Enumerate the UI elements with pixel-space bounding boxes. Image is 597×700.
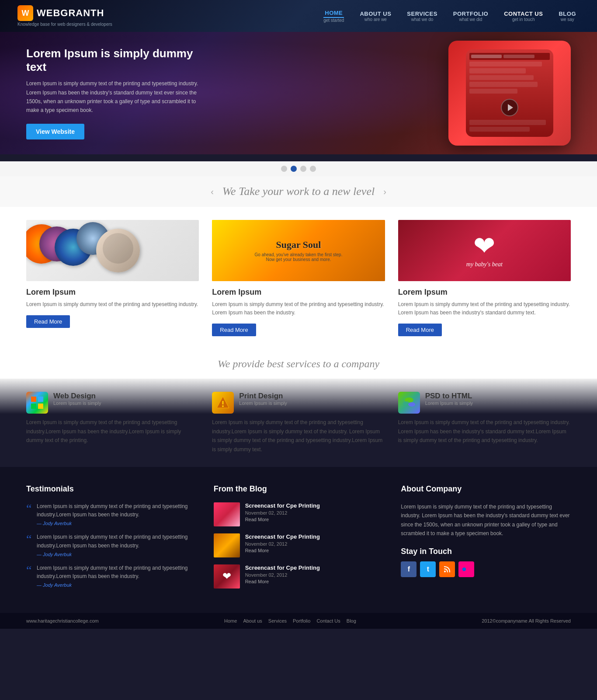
blog-content-1: Screencast for Cpe Printing November 02,… [245, 502, 320, 522]
dark-section: Testimonials “ Lorem Ipsum is simply dum… [0, 467, 597, 613]
stay-touch-title: Stay in Touch [401, 547, 571, 556]
hero-text: Lorem Ipsum is simply dummy text of the … [26, 79, 201, 115]
portfolio-item-3: ❤ my baby's beat Lorem Ipsum Lorem Ipsum… [398, 220, 571, 336]
blog-content-3: Screencast for Cpe Printing November 02,… [245, 564, 320, 584]
phone-screen [466, 49, 553, 137]
facebook-icon[interactable]: f [401, 561, 417, 577]
print-desc: Lorem Ipsum is simply dummy text of the … [212, 418, 385, 454]
blog-thumb-3: ❤ [214, 564, 240, 589]
twitter-icon[interactable]: t [420, 561, 436, 577]
footer-link-blog[interactable]: Blog [347, 618, 356, 623]
svg-rect-0 [31, 397, 36, 402]
webdesign-icon [26, 392, 48, 414]
footer-link-about[interactable]: About us [243, 618, 262, 623]
testimonial-1: “ Lorem Ipsum is simply dummy text of th… [26, 502, 196, 526]
phone-mockup [448, 41, 571, 146]
services-grid: Web Design Lorem Ipsum is simply Lorem I… [26, 392, 571, 454]
quote-icon-3: “ [26, 564, 31, 576]
logo-area: W WEBGRANTH Knowledge base for web desig… [17, 5, 112, 27]
prev-arrow[interactable]: ‹ [202, 187, 222, 197]
nav-blog-sub: we say [559, 17, 576, 22]
blog-title: From the Blog [214, 484, 384, 494]
nav-services[interactable]: SERVICES what we do [403, 9, 441, 24]
logo-subtitle: Knowledge base for web designers & devel… [17, 22, 112, 27]
blog-date-3: November 02, 2012 [245, 572, 320, 578]
svg-point-6 [222, 405, 224, 407]
portfolio-item-2: Sugar Soul Go ahead, you've already take… [212, 220, 385, 336]
header: W WEBGRANTH Knowledge base for web desig… [0, 0, 597, 32]
footer-link-contact[interactable]: Contact Us [316, 618, 340, 623]
footer-copyright: 2012©companyname All Rights Reserved [482, 618, 571, 623]
footer-bar: www.haritagechristiancollege.com Home Ab… [0, 613, 597, 629]
psd-title: PSD to HTML [425, 392, 473, 400]
nav-contact[interactable]: CONTACT US get in touch [500, 9, 546, 24]
nav-contact-label: CONTACT US [504, 10, 543, 17]
portfolio-desc-1: Lorem Ipsum is simply dummy text of the … [26, 300, 199, 309]
portfolio-section: Lorem Ipsum Lorem Ipsum is simply dummy … [0, 207, 597, 354]
portfolio-image-1 [26, 220, 199, 281]
blog-read-more-3[interactable]: Read More [245, 579, 320, 584]
portfolio-item-1: Lorem Ipsum Lorem Ipsum is simply dummy … [26, 220, 199, 336]
blog-item-3: ❤ Screencast for Cpe Printing November 0… [214, 564, 384, 589]
service-print-header: Print Design Lorem Ipsum is simply [212, 392, 385, 414]
service-webdesign: Web Design Lorem Ipsum is simply Lorem I… [26, 392, 199, 454]
portfolio-title-2: Lorem Ipsum [212, 288, 385, 297]
services-tagline-text: We provide best services to a company [26, 358, 571, 370]
nav-portfolio[interactable]: PORTFOLIO what we did [450, 9, 492, 24]
nav-contact-sub: get in touch [504, 17, 543, 22]
hero-image-area [201, 41, 571, 146]
next-arrow[interactable]: › [375, 187, 395, 197]
read-more-button-1[interactable]: Read More [26, 315, 70, 328]
footer-link-portfolio[interactable]: Portfolio [293, 618, 310, 623]
logo-image: W WEBGRANTH [17, 5, 112, 21]
footer-link-home[interactable]: Home [224, 618, 237, 623]
dot-2[interactable] [291, 166, 297, 172]
hero-content: Lorem Ipsum is simply dummy text Lorem I… [26, 47, 201, 139]
psd-sub: Lorem Ipsum is simply [425, 400, 473, 406]
rss-icon[interactable] [439, 561, 455, 577]
services-section: Web Design Lorem Ipsum is simply Lorem I… [0, 379, 597, 467]
portfolio-image-3: ❤ my baby's beat [398, 220, 571, 281]
webdesign-sub: Lorem Ipsum is simply [53, 400, 101, 406]
quote-icon-1: “ [26, 502, 31, 515]
nav-about-sub: who are we [360, 17, 391, 22]
tagline-section: ‹ We Take your work to a new level › [0, 176, 597, 207]
service-psd-header: PSD to HTML Lorem Ipsum is simply [398, 392, 571, 414]
dot-3[interactable] [300, 166, 306, 172]
blog-title-2: Screencast for Cpe Printing [245, 533, 320, 540]
testimonial-text-3: Lorem Ipsum is simply dummy text of the … [37, 564, 196, 581]
portfolio-desc-3: Lorem Ipsum is simply dummy text of the … [398, 300, 571, 317]
nav-home[interactable]: HOME get started [320, 8, 347, 24]
about-column: About Company Lorem Ipsum is simply dumm… [401, 484, 571, 596]
print-icon [212, 392, 234, 414]
nav-portfolio-label: PORTFOLIO [453, 10, 488, 17]
blog-date-1: November 02, 2012 [245, 510, 320, 515]
nav-about[interactable]: ABOUT US who are we [356, 9, 395, 24]
nav-portfolio-sub: what we did [453, 17, 488, 22]
social-icons: f t [401, 561, 571, 577]
nav-blog[interactable]: BLOG we say [555, 9, 580, 24]
view-website-button[interactable]: View Website [26, 124, 84, 139]
testimonial-3: “ Lorem Ipsum is simply dummy text of th… [26, 564, 196, 588]
nav-about-label: ABOUT US [360, 10, 391, 17]
dot-1[interactable] [281, 166, 287, 172]
dot-4[interactable] [310, 166, 316, 172]
portfolio-grid: Lorem Ipsum Lorem Ipsum is simply dummy … [26, 220, 571, 336]
quote-icon-2: “ [26, 533, 31, 545]
read-more-button-3[interactable]: Read More [398, 324, 442, 336]
blog-thumb-1 [214, 502, 240, 526]
nav-services-label: SERVICES [407, 10, 437, 17]
testimonial-author-3: — Jody Averbuk [37, 582, 196, 588]
testimonials-column: Testimonials “ Lorem Ipsum is simply dum… [26, 484, 196, 596]
print-title: Print Design [239, 392, 287, 400]
blog-thumb-2 [214, 533, 240, 557]
read-more-button-2[interactable]: Read More [212, 324, 256, 336]
footer-link-services[interactable]: Services [268, 618, 287, 623]
about-title: About Company [401, 484, 571, 494]
blog-read-more-2[interactable]: Read More [245, 548, 320, 553]
flickr-icon[interactable] [458, 561, 474, 577]
testimonial-text-2: Lorem Ipsum is simply dummy text of the … [37, 533, 196, 550]
svg-rect-2 [31, 404, 36, 409]
svg-rect-1 [38, 397, 43, 402]
blog-read-more-1[interactable]: Read More [245, 517, 320, 522]
